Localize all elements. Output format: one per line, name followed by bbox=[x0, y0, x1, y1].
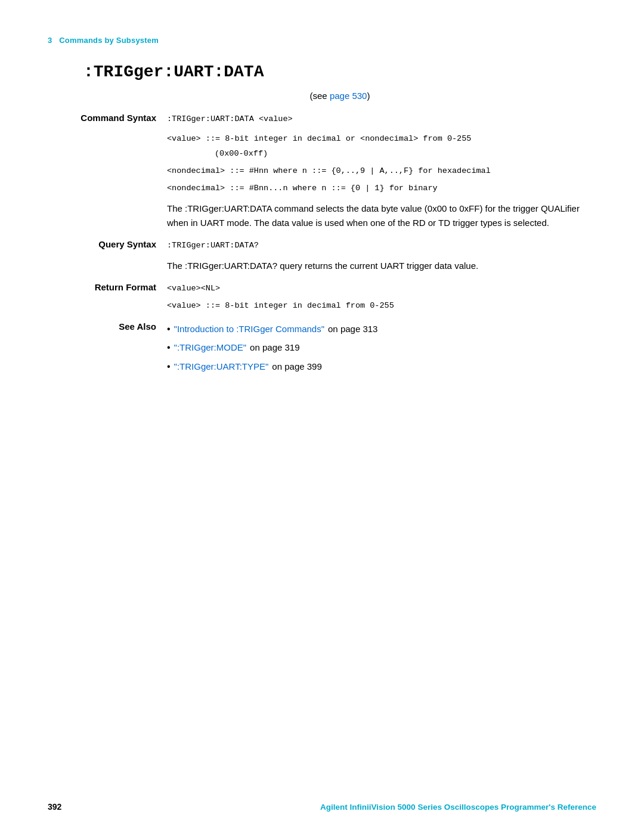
section-title: Commands by Subsystem bbox=[59, 36, 159, 45]
see-also-item-2: ":TRIGger:MODE" on page 319 bbox=[167, 340, 596, 355]
footer-title: Agilent InfiniiVision 5000 Series Oscill… bbox=[320, 803, 596, 812]
command-syntax-line-3: <nondecimal> ::= #Hnn where n ::= {0,..,… bbox=[167, 166, 491, 175]
command-syntax-label: Command Syntax bbox=[48, 113, 167, 123]
command-syntax-line-2: <value> ::= 8-bit integer in decimal or … bbox=[167, 134, 471, 143]
content-area: Command Syntax :TRIGger:UART:DATA <value… bbox=[48, 113, 596, 386]
see-also-text-2: on page 319 bbox=[250, 340, 299, 355]
command-syntax-line-1: :TRIGger:UART:DATA <value> bbox=[167, 113, 596, 126]
see-page-reference: (see page 530) bbox=[83, 91, 596, 101]
page-container: 3 Commands by Subsystem :TRIGger:UART:DA… bbox=[0, 0, 644, 833]
see-also-text-1: on page 313 bbox=[328, 322, 377, 336]
see-also-link-1[interactable]: "Introduction to :TRIGger Commands" bbox=[174, 322, 324, 336]
section-header: 3 Commands by Subsystem bbox=[48, 36, 596, 45]
footer-page-number: 392 bbox=[48, 802, 61, 812]
see-also-list: "Introduction to :TRIGger Commands" on p… bbox=[167, 321, 596, 374]
query-syntax-line: :TRIGger:UART:DATA? bbox=[167, 239, 596, 253]
command-description: The :TRIGger:UART:DATA command selects t… bbox=[167, 202, 596, 231]
return-format-content: <value><NL> <value> ::= 8-bit integer in… bbox=[167, 282, 596, 313]
command-syntax-content: :TRIGger:UART:DATA <value> <value> ::= 8… bbox=[167, 113, 596, 231]
command-syntax-row: Command Syntax :TRIGger:UART:DATA <value… bbox=[48, 113, 596, 231]
section-number: 3 bbox=[48, 36, 52, 45]
see-also-row: See Also "Introduction to :TRIGger Comma… bbox=[48, 321, 596, 378]
see-also-link-3[interactable]: ":TRIGger:UART:TYPE" bbox=[174, 360, 269, 374]
return-format-row: Return Format <value><NL> <value> ::= 8-… bbox=[48, 282, 596, 313]
query-syntax-row: Query Syntax :TRIGger:UART:DATA? The :TR… bbox=[48, 239, 596, 274]
return-format-line-2: <value> ::= 8-bit integer in decimal fro… bbox=[167, 299, 596, 313]
see-also-link-2[interactable]: ":TRIGger:MODE" bbox=[174, 340, 247, 355]
see-also-content: "Introduction to :TRIGger Commands" on p… bbox=[167, 321, 596, 378]
footer: 392 Agilent InfiniiVision 5000 Series Os… bbox=[0, 802, 644, 812]
command-syntax-line-4: <nondecimal> ::= #Bnn...n where n ::= {0… bbox=[167, 184, 438, 193]
see-also-item-1: "Introduction to :TRIGger Commands" on p… bbox=[167, 321, 596, 337]
see-also-label: See Also bbox=[48, 321, 167, 332]
query-syntax-content: :TRIGger:UART:DATA? The :TRIGger:UART:DA… bbox=[167, 239, 596, 274]
return-format-label: Return Format bbox=[48, 282, 167, 292]
query-description: The :TRIGger:UART:DATA? query returns th… bbox=[167, 259, 596, 274]
return-format-line-1: <value><NL> bbox=[167, 282, 596, 296]
command-syntax-line-2b: (0x00-0xff) bbox=[167, 149, 268, 158]
see-also-text-3: on page 399 bbox=[272, 360, 321, 374]
see-also-item-3: ":TRIGger:UART:TYPE" on page 399 bbox=[167, 359, 596, 374]
command-title: :TRIGger:UART:DATA bbox=[83, 63, 596, 81]
see-page-link[interactable]: page 530 bbox=[330, 91, 367, 101]
query-syntax-label: Query Syntax bbox=[48, 239, 167, 249]
